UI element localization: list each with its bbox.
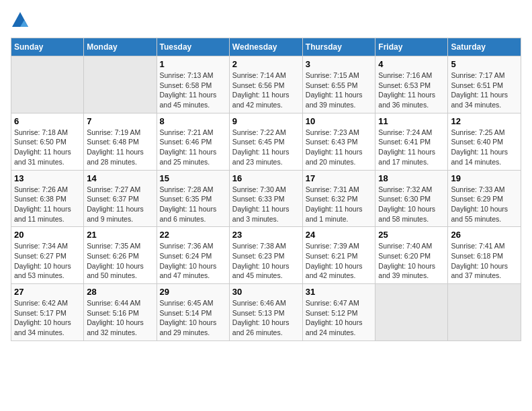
day-cell: 10 Sunrise: 7:23 AM Sunset: 6:43 PM Dayl… — [302, 113, 375, 170]
week-row-2: 6 Sunrise: 7:18 AM Sunset: 6:50 PM Dayli… — [11, 113, 521, 170]
day-number: 23 — [232, 230, 300, 240]
day-cell: 3 Sunrise: 7:15 AM Sunset: 6:55 PM Dayli… — [302, 56, 375, 113]
day-cell: 24 Sunrise: 7:39 AM Sunset: 6:21 PM Dayl… — [302, 227, 375, 284]
day-number: 26 — [451, 230, 518, 240]
day-info: Sunrise: 7:21 AM Sunset: 6:46 PM Dayligh… — [160, 128, 226, 167]
day-number: 30 — [232, 287, 300, 297]
day-cell: 17 Sunrise: 7:31 AM Sunset: 6:32 PM Dayl… — [302, 170, 375, 227]
day-info: Sunrise: 7:28 AM Sunset: 6:35 PM Dayligh… — [160, 185, 226, 224]
day-info: Sunrise: 7:35 AM Sunset: 6:26 PM Dayligh… — [87, 241, 153, 281]
day-number: 8 — [160, 116, 226, 126]
day-cell: 25 Sunrise: 7:40 AM Sunset: 6:20 PM Dayl… — [375, 227, 448, 284]
day-info: Sunrise: 7:17 AM Sunset: 6:51 PM Dayligh… — [451, 71, 518, 110]
day-info: Sunrise: 6:45 AM Sunset: 5:14 PM Dayligh… — [160, 298, 226, 338]
day-info: Sunrise: 7:26 AM Sunset: 6:38 PM Dayligh… — [14, 185, 81, 224]
day-info: Sunrise: 7:30 AM Sunset: 6:33 PM Dayligh… — [232, 185, 300, 224]
day-cell: 22 Sunrise: 7:36 AM Sunset: 6:24 PM Dayl… — [157, 227, 229, 284]
day-number: 29 — [160, 287, 226, 297]
day-number: 10 — [306, 116, 373, 126]
day-cell: 29 Sunrise: 6:45 AM Sunset: 5:14 PM Dayl… — [157, 284, 229, 341]
day-info: Sunrise: 6:44 AM Sunset: 5:16 PM Dayligh… — [87, 298, 153, 338]
page-header — [11, 11, 521, 30]
day-cell: 21 Sunrise: 7:35 AM Sunset: 6:26 PM Dayl… — [84, 227, 157, 284]
day-cell: 8 Sunrise: 7:21 AM Sunset: 6:46 PM Dayli… — [157, 113, 229, 170]
day-cell: 11 Sunrise: 7:24 AM Sunset: 6:41 PM Dayl… — [375, 113, 448, 170]
day-number: 11 — [378, 116, 445, 126]
day-cell: 2 Sunrise: 7:14 AM Sunset: 6:56 PM Dayli… — [229, 56, 302, 113]
day-info: Sunrise: 7:27 AM Sunset: 6:37 PM Dayligh… — [87, 185, 153, 224]
calendar-table: SundayMondayTuesdayWednesdayThursdayFrid… — [11, 38, 521, 341]
day-cell: 16 Sunrise: 7:30 AM Sunset: 6:33 PM Dayl… — [229, 170, 302, 227]
day-number: 5 — [451, 59, 518, 69]
day-cell: 28 Sunrise: 6:44 AM Sunset: 5:16 PM Dayl… — [84, 284, 157, 341]
day-cell: 5 Sunrise: 7:17 AM Sunset: 6:51 PM Dayli… — [448, 56, 521, 113]
day-number: 24 — [306, 230, 373, 240]
day-info: Sunrise: 7:22 AM Sunset: 6:45 PM Dayligh… — [232, 128, 300, 167]
week-row-5: 27 Sunrise: 6:42 AM Sunset: 5:17 PM Dayl… — [11, 284, 521, 341]
day-cell: 14 Sunrise: 7:27 AM Sunset: 6:37 PM Dayl… — [84, 170, 157, 227]
day-cell: 26 Sunrise: 7:41 AM Sunset: 6:18 PM Dayl… — [448, 227, 521, 284]
header-row: SundayMondayTuesdayWednesdayThursdayFrid… — [11, 38, 521, 56]
day-cell: 13 Sunrise: 7:26 AM Sunset: 6:38 PM Dayl… — [11, 170, 84, 227]
day-info: Sunrise: 7:18 AM Sunset: 6:50 PM Dayligh… — [14, 128, 81, 167]
day-cell — [375, 284, 448, 341]
day-number: 4 — [378, 59, 445, 69]
day-info: Sunrise: 7:14 AM Sunset: 6:56 PM Dayligh… — [232, 71, 300, 110]
day-info: Sunrise: 7:31 AM Sunset: 6:32 PM Dayligh… — [306, 185, 373, 224]
day-number: 28 — [87, 287, 153, 297]
day-number: 17 — [306, 173, 373, 183]
day-cell: 1 Sunrise: 7:13 AM Sunset: 6:58 PM Dayli… — [157, 56, 229, 113]
day-info: Sunrise: 7:41 AM Sunset: 6:18 PM Dayligh… — [451, 241, 518, 281]
day-cell — [11, 56, 84, 113]
week-row-4: 20 Sunrise: 7:34 AM Sunset: 6:27 PM Dayl… — [11, 227, 521, 284]
logo-icon — [11, 11, 30, 30]
col-header-monday: Monday — [84, 38, 157, 56]
day-cell: 4 Sunrise: 7:16 AM Sunset: 6:53 PM Dayli… — [375, 56, 448, 113]
day-number: 22 — [160, 230, 226, 240]
day-info: Sunrise: 7:15 AM Sunset: 6:55 PM Dayligh… — [306, 71, 373, 110]
day-info: Sunrise: 7:34 AM Sunset: 6:27 PM Dayligh… — [14, 241, 81, 281]
day-cell: 7 Sunrise: 7:19 AM Sunset: 6:48 PM Dayli… — [84, 113, 157, 170]
day-number: 25 — [378, 230, 445, 240]
day-cell: 15 Sunrise: 7:28 AM Sunset: 6:35 PM Dayl… — [157, 170, 229, 227]
week-row-1: 1 Sunrise: 7:13 AM Sunset: 6:58 PM Dayli… — [11, 56, 521, 113]
day-number: 19 — [451, 173, 518, 183]
day-number: 7 — [87, 116, 153, 126]
day-cell — [448, 284, 521, 341]
day-info: Sunrise: 7:23 AM Sunset: 6:43 PM Dayligh… — [306, 128, 373, 167]
day-info: Sunrise: 7:36 AM Sunset: 6:24 PM Dayligh… — [160, 241, 226, 281]
col-header-thursday: Thursday — [302, 38, 375, 56]
day-number: 16 — [232, 173, 300, 183]
col-header-friday: Friday — [375, 38, 448, 56]
day-number: 20 — [14, 230, 81, 240]
day-info: Sunrise: 7:19 AM Sunset: 6:48 PM Dayligh… — [87, 128, 153, 167]
col-header-tuesday: Tuesday — [157, 38, 229, 56]
day-number: 14 — [87, 173, 153, 183]
day-info: Sunrise: 6:42 AM Sunset: 5:17 PM Dayligh… — [14, 298, 81, 338]
day-info: Sunrise: 7:33 AM Sunset: 6:29 PM Dayligh… — [451, 185, 518, 224]
day-cell: 23 Sunrise: 7:38 AM Sunset: 6:23 PM Dayl… — [229, 227, 302, 284]
col-header-saturday: Saturday — [448, 38, 521, 56]
col-header-wednesday: Wednesday — [229, 38, 302, 56]
day-cell: 30 Sunrise: 6:46 AM Sunset: 5:13 PM Dayl… — [229, 284, 302, 341]
day-number: 13 — [14, 173, 81, 183]
day-number: 27 — [14, 287, 81, 297]
day-info: Sunrise: 7:16 AM Sunset: 6:53 PM Dayligh… — [378, 71, 445, 110]
day-number: 9 — [232, 116, 300, 126]
col-header-sunday: Sunday — [11, 38, 84, 56]
day-cell: 9 Sunrise: 7:22 AM Sunset: 6:45 PM Dayli… — [229, 113, 302, 170]
day-info: Sunrise: 7:38 AM Sunset: 6:23 PM Dayligh… — [232, 241, 300, 281]
day-cell: 18 Sunrise: 7:32 AM Sunset: 6:30 PM Dayl… — [375, 170, 448, 227]
day-info: Sunrise: 7:13 AM Sunset: 6:58 PM Dayligh… — [160, 71, 226, 110]
day-number: 3 — [306, 59, 373, 69]
day-cell: 12 Sunrise: 7:25 AM Sunset: 6:40 PM Dayl… — [448, 113, 521, 170]
day-info: Sunrise: 7:39 AM Sunset: 6:21 PM Dayligh… — [306, 241, 373, 281]
day-number: 18 — [378, 173, 445, 183]
day-cell: 19 Sunrise: 7:33 AM Sunset: 6:29 PM Dayl… — [448, 170, 521, 227]
day-number: 6 — [14, 116, 81, 126]
day-info: Sunrise: 7:40 AM Sunset: 6:20 PM Dayligh… — [378, 241, 445, 281]
day-info: Sunrise: 7:25 AM Sunset: 6:40 PM Dayligh… — [451, 128, 518, 167]
day-info: Sunrise: 6:46 AM Sunset: 5:13 PM Dayligh… — [232, 298, 300, 338]
day-cell: 27 Sunrise: 6:42 AM Sunset: 5:17 PM Dayl… — [11, 284, 84, 341]
day-info: Sunrise: 6:47 AM Sunset: 5:12 PM Dayligh… — [306, 298, 373, 338]
